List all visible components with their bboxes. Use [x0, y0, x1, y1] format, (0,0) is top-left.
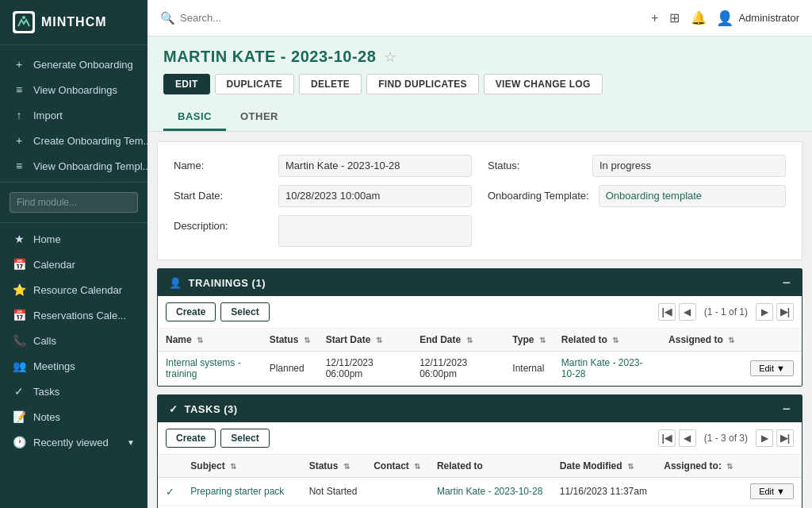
- module-search-input[interactable]: [10, 192, 138, 213]
- trainings-first-page-button[interactable]: |◀: [658, 303, 676, 321]
- calendar-icon: 📅: [13, 258, 25, 271]
- sidebar-item-resource-calendar[interactable]: ⭐ Resource Calendar: [0, 277, 147, 302]
- sidebar-item-label: Reservations Cale...: [33, 310, 126, 321]
- tab-basic[interactable]: BASIC: [163, 104, 226, 131]
- sidebar-item-label: Calendar: [33, 259, 75, 271]
- sidebar-item-notes[interactable]: 📝 Notes: [0, 404, 147, 429]
- sidebar: MINTHCM + Generate Onboarding ≡ View Onb…: [0, 0, 147, 508]
- sort-icon: ⇅: [726, 462, 733, 471]
- sidebar-item-recently-viewed[interactable]: 🕐 Recently viewed ▼: [0, 429, 147, 455]
- topbar-icons: + ⊞ 🔔: [651, 10, 707, 25]
- favorite-star-icon[interactable]: ☆: [384, 48, 396, 66]
- edit-label: Edit: [759, 487, 774, 496]
- task-icon-cell: ✓: [158, 478, 182, 506]
- tab-other[interactable]: OTHER: [226, 104, 293, 131]
- task-date-modified-cell: 11/16/2023 11:37am: [552, 478, 656, 506]
- sidebar-item-import[interactable]: ↑ Import: [0, 102, 147, 128]
- col-related-to: Related to ⇅: [553, 329, 661, 352]
- trainings-create-button[interactable]: Create: [166, 302, 216, 321]
- tasks-table-header-row: Subject ⇅ Status ⇅ Contact ⇅ Related to …: [158, 455, 802, 478]
- bell-icon[interactable]: 🔔: [691, 10, 707, 25]
- onboarding-template-label: Onboarding Template:: [488, 185, 589, 202]
- tasks-select-button[interactable]: Select: [220, 429, 269, 448]
- trainings-prev-page-button[interactable]: ◀: [679, 303, 696, 321]
- sidebar-item-view-onboardings[interactable]: ≡ View Onboardings: [0, 77, 147, 102]
- sidebar-item-view-onboarding-templates[interactable]: ≡ View Onboarding Templ...: [0, 153, 147, 179]
- form-row-name: Name: Martin Kate - 2023-10-28: [174, 155, 472, 177]
- sidebar-item-generate-onboarding[interactable]: + Generate Onboarding: [0, 52, 147, 77]
- sidebar-module-search[interactable]: [0, 186, 147, 219]
- training-name-cell[interactable]: Internal systems - training: [158, 352, 262, 386]
- topbar-user[interactable]: 👤 Administrator: [716, 10, 799, 27]
- task-contact-cell: [366, 506, 429, 509]
- home-icon: ★: [13, 233, 25, 245]
- task-related-to-cell[interactable]: Martin Kate - 2023-10-28: [429, 478, 552, 506]
- trainings-select-button[interactable]: Select: [220, 302, 269, 321]
- task-date-modified-cell: 11/16/2023 11:37am: [552, 506, 656, 509]
- tasks-prev-page-button[interactable]: ◀: [679, 429, 696, 447]
- calls-icon: 📞: [13, 334, 25, 347]
- delete-button[interactable]: DELETE: [299, 74, 362, 94]
- duplicate-button[interactable]: DUPLICATE: [215, 74, 294, 94]
- logo-icon: [13, 11, 35, 33]
- edit-label: Edit: [759, 364, 774, 373]
- task-edit-button[interactable]: Edit ▼: [750, 483, 794, 499]
- trainings-collapse-icon[interactable]: −: [782, 275, 791, 290]
- task-subject-cell[interactable]: Guided tour of the office: [182, 506, 301, 509]
- form-row-description: Description:: [174, 215, 472, 247]
- svg-point-1: [22, 16, 25, 19]
- name-value: Martin Kate - 2023-10-28: [278, 155, 472, 177]
- recently-viewed-icon: 🕐: [13, 436, 25, 448]
- search-input[interactable]: [180, 12, 339, 24]
- sidebar-nav: + Generate Onboarding ≡ View Onboardings…: [0, 45, 147, 508]
- sidebar-item-home[interactable]: ★ Home: [0, 226, 147, 252]
- view-change-log-button[interactable]: VIEW CHANGE LOG: [484, 74, 603, 94]
- page-title-area: MARTIN KATE - 2023-10-28 ☆: [163, 48, 796, 66]
- sidebar-item-meetings[interactable]: 👥 Meetings: [0, 353, 147, 379]
- plus-icon: +: [13, 58, 25, 71]
- tasks-collapse-icon[interactable]: −: [782, 402, 791, 416]
- tasks-first-page-button[interactable]: |◀: [658, 429, 676, 447]
- sidebar-item-calls[interactable]: 📞 Calls: [0, 328, 147, 353]
- sidebar-item-create-onboarding-template[interactable]: + Create Onboarding Tem...: [0, 128, 147, 153]
- add-icon[interactable]: +: [651, 11, 658, 25]
- resource-calendar-icon: ⭐: [13, 283, 25, 296]
- training-related-to-cell[interactable]: Martin Kate - 2023-10-28: [553, 352, 661, 386]
- description-value: [278, 215, 472, 247]
- trainings-last-page-button[interactable]: ▶|: [776, 303, 794, 321]
- tasks-create-button[interactable]: Create: [166, 429, 216, 448]
- sort-icon: ⇅: [539, 336, 546, 344]
- training-edit-button[interactable]: Edit ▼: [750, 360, 794, 376]
- tasks-last-page-button[interactable]: ▶|: [776, 429, 794, 447]
- sidebar-item-calendar[interactable]: 📅 Calendar: [0, 252, 147, 277]
- grid-icon[interactable]: ⊞: [669, 10, 680, 25]
- sort-icon: ⇅: [466, 336, 473, 344]
- training-status-cell: Planned: [262, 352, 318, 386]
- status-value: In progress: [592, 155, 786, 177]
- main-content: 🔍 + ⊞ 🔔 👤 Administrator MARTIN KATE - 20…: [147, 0, 812, 508]
- col-end-date: End Date ⇅: [412, 329, 504, 352]
- sidebar-item-reservations-calendar[interactable]: 📅 Reservations Cale...: [0, 302, 147, 328]
- onboarding-template-value[interactable]: Onboarding template: [599, 185, 786, 207]
- edit-button[interactable]: EDIT: [163, 74, 210, 94]
- edit-dropdown-icon: ▼: [776, 364, 785, 373]
- find-duplicates-button[interactable]: FIND DUPLICATES: [366, 74, 479, 94]
- training-start-date-cell: 12/11/2023 06:00pm: [318, 352, 412, 386]
- tasks-table: Subject ⇅ Status ⇅ Contact ⇅ Related to …: [158, 455, 802, 508]
- task-related-to-cell[interactable]: Martin Kate - 2023-10-28: [429, 506, 552, 509]
- description-label: Description:: [174, 215, 269, 232]
- sidebar-item-label: Import: [33, 110, 63, 121]
- tasks-toolbar: Create Select |◀ ◀ (1 - 3 of 3) ▶ ▶|: [158, 422, 802, 455]
- sort-icon: ⇅: [728, 336, 734, 344]
- trainings-table: Name ⇅ Status ⇅ Start Date ⇅ End Date ⇅ …: [158, 329, 802, 386]
- search-icon: 🔍: [160, 11, 175, 25]
- task-status-cell: Not Started: [301, 506, 366, 509]
- status-label: Status:: [488, 155, 583, 171]
- trainings-next-page-button[interactable]: ▶: [756, 303, 773, 321]
- sort-icon: ⇅: [197, 336, 203, 344]
- sidebar-item-tasks[interactable]: ✓ Tasks: [0, 379, 147, 404]
- trainings-table-inner: Create Select |◀ ◀ (1 - 1 of 1) ▶ ▶| Na: [158, 296, 802, 386]
- tasks-next-page-button[interactable]: ▶: [756, 429, 773, 447]
- task-subject-cell[interactable]: Preparing starter pack: [182, 478, 301, 506]
- chevron-down-icon: ▼: [127, 438, 135, 447]
